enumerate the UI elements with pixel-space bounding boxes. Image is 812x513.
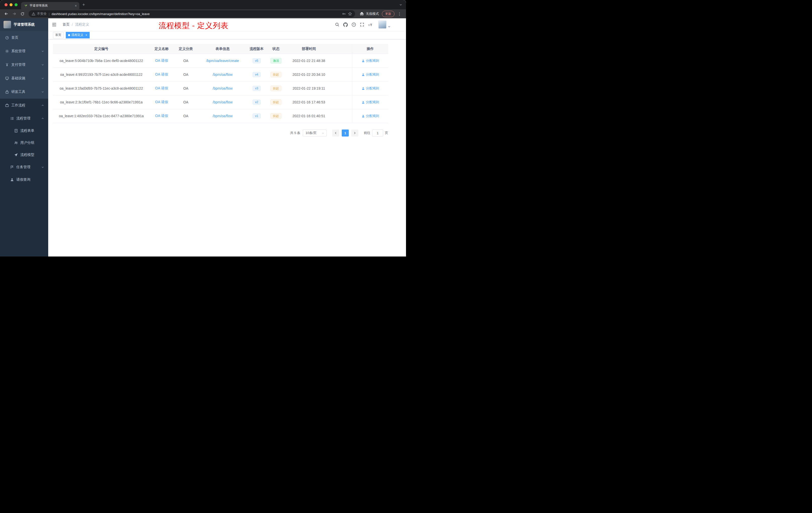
sidebar-item-process-model[interactable]: 流程模型: [0, 149, 48, 161]
bookmark-star-icon[interactable]: [348, 12, 352, 16]
cell-version: v5: [247, 54, 266, 67]
status-badge: 激活: [270, 58, 282, 63]
security-indicator[interactable]: 不安全: [32, 11, 47, 16]
breadcrumb-current: 流程定义: [75, 22, 89, 27]
cell-deploy-time: 2022-01-22 21:48:38: [286, 54, 352, 67]
sidebar-item-user-group[interactable]: 用户分组: [0, 137, 48, 149]
assign-rule-button[interactable]: 分配规则: [361, 100, 379, 104]
tab-strip: 芋道管理系统 × +: [0, 0, 406, 9]
version-badge: v4: [253, 72, 261, 77]
cell-status: 挂起: [266, 95, 286, 109]
status-badge: 挂起: [270, 99, 282, 105]
pagination-goto: 前往 页: [364, 129, 388, 137]
chevron-down-icon: [41, 50, 44, 53]
user-menu[interactable]: [378, 21, 390, 29]
assign-rule-button[interactable]: 分配规则: [361, 58, 379, 63]
sidebar-item-payment[interactable]: 支付管理: [0, 58, 48, 71]
sidebar-item-process-management[interactable]: 流程管理: [0, 112, 48, 125]
cell-category: OA: [174, 54, 198, 67]
form-link[interactable]: /bpm/oa/flow: [213, 86, 232, 90]
definition-name-link[interactable]: OA 请假: [155, 100, 168, 104]
sidebar-item-home[interactable]: 首页: [0, 31, 48, 44]
browser-window: 芋道管理系统 × + 不安全 | dashboard.yudao.iocoder…: [0, 0, 406, 256]
forward-icon[interactable]: [11, 10, 18, 17]
navbar-actions: ? TT: [335, 21, 406, 29]
fullscreen-icon[interactable]: [360, 22, 364, 27]
url-field[interactable]: 不安全 | dashboard.yudao.iocoder.cn/bpm/man…: [29, 10, 355, 17]
github-icon[interactable]: [343, 22, 348, 27]
sidebar-filler: [0, 186, 48, 256]
goto-page-input[interactable]: [372, 129, 383, 137]
tag-process-definition[interactable]: 流程定义 ×: [66, 32, 90, 38]
browser-menu-icon[interactable]: ⋮: [396, 11, 403, 16]
help-icon[interactable]: ?: [351, 22, 356, 27]
page-number-button[interactable]: 1: [342, 129, 349, 137]
sidebar-item-devtools[interactable]: 研发工具: [0, 85, 48, 99]
sidebar-item-process-form[interactable]: 流程表单: [0, 125, 48, 137]
page-size-select[interactable]: 10条/页: [303, 129, 327, 137]
breadcrumb-home[interactable]: 首页: [62, 22, 69, 27]
user-icon: [361, 101, 365, 104]
password-key-icon[interactable]: [342, 12, 346, 16]
sidebar-item-leave-query[interactable]: 请假查询: [0, 174, 48, 186]
assign-rule-button[interactable]: 分配规则: [361, 86, 379, 91]
form-link[interactable]: /bpm/oa/flow: [213, 100, 232, 104]
close-window-button[interactable]: [4, 3, 7, 6]
cell-status: 挂起: [266, 109, 286, 123]
avatar[interactable]: [378, 21, 386, 29]
zoom-window-button[interactable]: [14, 3, 18, 6]
definition-name-link[interactable]: OA 请假: [155, 72, 168, 77]
cell-actions: 分配规则: [352, 82, 388, 95]
warning-icon: [32, 12, 35, 16]
search-icon[interactable]: [335, 22, 340, 27]
form-link[interactable]: /bpm/oa/flow: [213, 114, 232, 118]
form-link[interactable]: /bpm/oa/flow: [213, 72, 232, 77]
version-badge: v1: [253, 114, 261, 118]
sidebar-logo[interactable]: 芋道管理系统: [0, 18, 48, 31]
browser-tab[interactable]: 芋道管理系统 ×: [21, 2, 79, 9]
cell-actions: 分配规则: [352, 109, 388, 123]
new-tab-button[interactable]: +: [82, 2, 85, 7]
tag-close-icon[interactable]: ×: [85, 33, 87, 37]
chrome-update-button[interactable]: 更新: [382, 11, 395, 17]
definition-name-link[interactable]: OA 请假: [155, 58, 168, 63]
tag-home[interactable]: 首页: [53, 32, 63, 38]
cell-definition-name: OA 请假: [150, 68, 174, 81]
cell-actions: 分配规则: [352, 68, 388, 81]
definition-name-link[interactable]: OA 请假: [155, 86, 168, 91]
back-icon[interactable]: [3, 10, 9, 17]
prev-page-button[interactable]: [332, 129, 339, 137]
cell-actions: 分配规则: [352, 95, 388, 109]
version-badge: v5: [253, 58, 261, 63]
url-text[interactable]: dashboard.yudao.iocoder.cn/bpm/manager/d…: [52, 12, 340, 16]
sidebar-item-task-management[interactable]: 任务管理: [0, 161, 48, 174]
tab-title: 芋道管理系统: [30, 3, 73, 8]
caret-down-icon: [388, 26, 390, 28]
document-icon: [14, 129, 18, 133]
svg-text:T: T: [368, 24, 370, 26]
definition-name-link[interactable]: OA 请假: [155, 114, 168, 118]
hamburger-icon[interactable]: [52, 22, 57, 27]
user-icon: [361, 115, 365, 118]
tab-close-icon[interactable]: ×: [75, 4, 77, 8]
assign-rule-button[interactable]: 分配规则: [361, 114, 379, 118]
cell-category: OA: [174, 68, 198, 81]
monitor-icon: [5, 76, 9, 80]
sidebar-item-workflow[interactable]: 工作流程: [0, 99, 48, 112]
pagination-total: 共 5 条: [290, 131, 300, 135]
form-link[interactable]: /bpm/oa/leave/create: [206, 59, 239, 63]
minimize-window-button[interactable]: [9, 3, 12, 6]
user-icon: [361, 59, 365, 62]
sidebar-item-infrastructure[interactable]: 基础设施: [0, 71, 48, 85]
sidebar-item-system[interactable]: 系统管理: [0, 44, 48, 58]
tab-search-chevron-icon[interactable]: [399, 3, 403, 6]
cell-definition-name: OA 请假: [150, 54, 174, 67]
col-actions: 操作: [352, 44, 388, 54]
assign-rule-button[interactable]: 分配规则: [361, 72, 379, 77]
font-size-icon[interactable]: TT: [368, 22, 373, 27]
reload-icon[interactable]: [19, 10, 26, 17]
next-page-button[interactable]: [351, 129, 358, 137]
col-status: 状态: [266, 44, 286, 54]
cell-status: 挂起: [266, 68, 286, 81]
cell-deploy-time: 2022-01-16 01:40:51: [286, 109, 352, 123]
